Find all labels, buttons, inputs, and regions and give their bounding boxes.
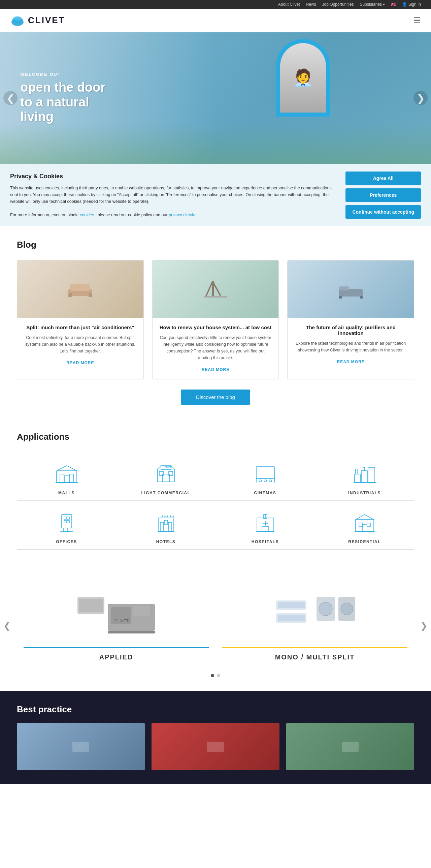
hero-next-arrow[interactable]: ❯: [413, 91, 428, 105]
blog-card-2-desc: Explore the latest technologies and tren…: [294, 340, 407, 353]
svg-text:SHOP: SHOP: [164, 466, 172, 469]
svg-line-66: [365, 515, 374, 520]
dot-1[interactable]: [211, 674, 214, 677]
sign-in-link[interactable]: 👤 Sign In: [402, 2, 421, 7]
hospitals-icon: [252, 511, 279, 535]
applied-underline: [24, 647, 209, 648]
svg-rect-15: [57, 471, 77, 483]
bp-card-2[interactable]: [286, 723, 414, 770]
app-item-offices[interactable]: OFFICES: [17, 501, 116, 550]
svg-line-9: [213, 282, 221, 296]
svg-rect-4: [70, 284, 90, 291]
svg-rect-88: [342, 742, 359, 752]
hero-door-graphic: 🧑‍💼: [276, 39, 330, 117]
hotels-label: HOTELS: [156, 539, 176, 544]
svg-rect-38: [368, 467, 375, 483]
logo[interactable]: CLIVET: [10, 13, 65, 28]
blog-card-1-image: [153, 260, 279, 318]
svg-rect-26: [163, 474, 169, 482]
cookie-buttons: Agree All Preferences Continue without a…: [345, 172, 421, 219]
svg-rect-40: [363, 467, 365, 471]
svg-line-8: [205, 282, 212, 298]
blog-grid: Split: much more than just "air conditio…: [17, 260, 414, 379]
svg-point-32: [264, 480, 267, 482]
hero-content: WELCOME OUT open the door to a natural l…: [0, 58, 135, 138]
svg-point-85: [341, 603, 353, 615]
blog-card-1-link[interactable]: READ MORE: [202, 367, 229, 372]
svg-rect-64: [356, 520, 374, 531]
svg-rect-46: [64, 517, 66, 519]
news-link[interactable]: News: [306, 2, 316, 7]
app-item-residential[interactable]: RESIDENTIAL: [315, 501, 414, 550]
svg-rect-87: [207, 742, 224, 752]
svg-rect-43: [63, 528, 66, 531]
hero-title: open the door to a natural living: [20, 80, 114, 124]
blog-card-0-link[interactable]: READ MORE: [66, 361, 94, 365]
blog-card-0-title: Split: much more than just "air conditio…: [24, 324, 137, 330]
cookie-more-text: For more information, even on single: [10, 213, 79, 217]
app-item-cinemas[interactable]: CINEMAS: [216, 452, 315, 501]
blog-section: Blog Split: much more than just "air con…: [0, 226, 431, 418]
discover-blog-wrap: Discover the blog: [17, 390, 414, 405]
cookie-title: Privacy & Cookies: [10, 172, 335, 181]
products-section: ❮ CLIVET APPLIED: [0, 563, 431, 691]
cookie-banner: Privacy & Cookies This website uses cook…: [0, 164, 431, 226]
svg-rect-13: [339, 296, 342, 299]
svg-text:CLIVET: CLIVET: [114, 619, 129, 623]
about-clivet-link[interactable]: About Clivet: [278, 2, 300, 7]
split-underline: [222, 647, 407, 648]
cookies-link[interactable]: cookies: [80, 213, 94, 217]
app-item-hospitals[interactable]: HOSPITALS: [216, 501, 315, 550]
app-item-industrials[interactable]: INDUSTRIALS: [315, 452, 414, 501]
hero-prev-arrow[interactable]: ❮: [3, 91, 18, 105]
clivet-logo-icon: [10, 13, 25, 28]
products-prev-arrow[interactable]: ❮: [3, 621, 11, 631]
svg-rect-42: [62, 515, 72, 528]
blog-card-1: How to renew your house system... at low…: [152, 260, 279, 379]
blog-card-1-body: How to renew your house system... at low…: [153, 318, 279, 379]
job-opportunities-link[interactable]: Job Opportunities: [322, 2, 354, 7]
malls-label: MALLS: [58, 491, 75, 495]
svg-rect-77: [108, 631, 155, 633]
logo-text: CLIVET: [28, 15, 65, 26]
products-next-arrow[interactable]: ❯: [420, 621, 428, 631]
products-slider: CLIVET APPLIED: [17, 577, 414, 668]
bp-card-0[interactable]: [17, 723, 145, 770]
svg-rect-10: [204, 296, 227, 298]
industrials-icon: [351, 462, 378, 486]
split-label: MONO / MULTI SPLIT: [275, 653, 355, 661]
slider-dots: [17, 674, 414, 677]
blog-card-1-title: How to renew your house system... at low…: [159, 324, 272, 330]
product-applied: CLIVET APPLIED: [17, 577, 216, 668]
svg-rect-68: [367, 523, 370, 526]
blog-title: Blog: [17, 240, 414, 250]
applied-product-image: CLIVET: [24, 584, 209, 644]
hamburger-button[interactable]: ☰: [413, 16, 421, 25]
blog-card-1-desc: Can you spend (relatively) little to ren…: [159, 334, 272, 361]
continue-without-accepting-button[interactable]: Continue without accepting: [345, 205, 421, 219]
app-item-hotels[interactable]: ★★★★★ HOTELS: [116, 501, 216, 550]
best-practice-title: Best practice: [17, 704, 414, 715]
applications-title: Applications: [17, 432, 414, 442]
blog-card-2-link[interactable]: READ MORE: [337, 360, 364, 364]
app-item-malls[interactable]: MALLS: [17, 452, 116, 501]
light-commercial-label: LIGHT COMMERCIAL: [141, 491, 191, 495]
svg-rect-75: [133, 606, 150, 616]
light-commercial-icon: SHOP: [153, 462, 179, 486]
svg-rect-50: [158, 518, 174, 531]
svg-rect-86: [72, 742, 89, 752]
bp-card-1-image: [152, 723, 279, 770]
bp-card-1[interactable]: [152, 723, 279, 770]
flag-icon: 🇬🇧: [391, 2, 396, 7]
discover-blog-button[interactable]: Discover the blog: [181, 390, 250, 405]
subsidiaries-link[interactable]: Subsidiaries ▾: [360, 2, 385, 7]
privacy-link[interactable]: privacy circular: [169, 213, 197, 217]
app-item-light-commercial[interactable]: SHOP LIGHT COMMERCIAL: [116, 452, 216, 501]
agree-all-button[interactable]: Agree All: [345, 172, 421, 185]
svg-rect-62: [262, 526, 269, 531]
dot-2[interactable]: [217, 674, 220, 677]
hospitals-label: HOSPITALS: [252, 539, 279, 544]
blog-card-0-body: Split: much more than just "air conditio…: [17, 318, 143, 372]
preferences-button[interactable]: Preferences: [345, 188, 421, 202]
svg-point-31: [259, 480, 262, 482]
